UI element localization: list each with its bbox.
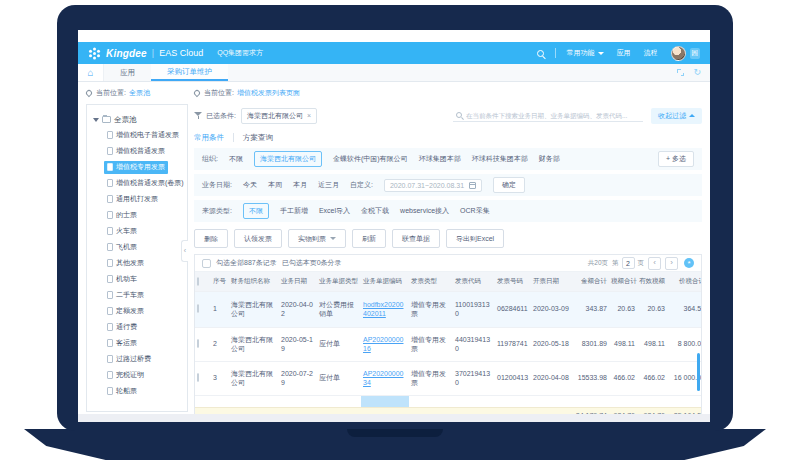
- source-option-selected[interactable]: 不限: [243, 203, 269, 219]
- delete-button[interactable]: 删除: [194, 229, 228, 248]
- sidebar-collapse-handle[interactable]: ‹: [181, 240, 188, 262]
- header-checkbox[interactable]: [197, 277, 199, 286]
- document-icon: [107, 275, 113, 283]
- tree-item[interactable]: 完税证明: [93, 367, 187, 383]
- confirm-button[interactable]: 确定: [493, 177, 525, 193]
- source-option[interactable]: OCR采集: [460, 206, 490, 216]
- source-option[interactable]: 手工新增: [280, 206, 308, 216]
- tree-item[interactable]: 通用机打发票: [93, 191, 187, 207]
- table-row[interactable]: 2 海棠西北有限公司 2020-05-19 应付单 AP2020000016 增…: [195, 327, 702, 361]
- tree-item[interactable]: 火车票: [93, 223, 187, 239]
- doc-no-link[interactable]: AP2020000016: [363, 336, 403, 352]
- tab-common-conditions[interactable]: 常用条件: [194, 133, 224, 143]
- export-excel-label: 导出到Excel: [456, 234, 494, 244]
- condition-tag[interactable]: 海棠西北有限公司 ×: [241, 108, 317, 124]
- menu-common-functions[interactable]: 常用功能: [567, 48, 604, 58]
- cell-biz-date: 2020-05-19: [279, 327, 317, 361]
- tree-item[interactable]: 增值税普通发票(卷票): [93, 175, 187, 191]
- multi-select-button[interactable]: + 多选: [658, 151, 694, 167]
- document-icon: [107, 131, 113, 139]
- org-option[interactable]: 财务部: [539, 154, 560, 164]
- tree-item[interactable]: 定额发票: [93, 303, 187, 319]
- tree-item[interactable]: 增值税普通发票: [93, 143, 187, 159]
- tree-item[interactable]: 飞机票: [93, 239, 187, 255]
- source-option[interactable]: Excel导入: [319, 206, 350, 216]
- source-option[interactable]: 金税下载: [361, 206, 389, 216]
- tree-item-label: 其他发票: [116, 258, 144, 268]
- org-option[interactable]: 金蝶软件(中国)有限公司: [333, 154, 408, 164]
- grid-settings-gear-icon[interactable]: [684, 258, 694, 268]
- tree-item[interactable]: 机动车: [93, 271, 187, 287]
- table-row-partial[interactable]: [195, 395, 702, 407]
- location-link[interactable]: 全票池: [129, 88, 150, 98]
- search-icon[interactable]: [537, 50, 544, 57]
- tree-item[interactable]: 客运票: [93, 335, 187, 351]
- current-page-input[interactable]: 2: [622, 257, 635, 269]
- tree-expand-icon[interactable]: [93, 118, 99, 122]
- linked-documents-button[interactable]: 联查单据: [392, 229, 440, 248]
- cell-invoice-code: 4403194130: [453, 327, 495, 361]
- column-header: 业务单据类型: [317, 272, 361, 291]
- doc-no-link[interactable]: hodfbx20200402011: [363, 301, 403, 317]
- tree-item[interactable]: 轮船票: [93, 383, 187, 399]
- select-all-checkbox[interactable]: [202, 259, 211, 268]
- org-option[interactable]: 环球集团本部: [419, 154, 461, 164]
- product-name: EAS Cloud: [159, 48, 203, 58]
- refresh-icon[interactable]: ↻: [693, 68, 701, 77]
- org-option[interactable]: 不限: [229, 154, 243, 164]
- table-row[interactable]: 3 海棠西北有限公司 2020-07-29 应付单 AP2020000034 增…: [195, 361, 702, 395]
- tree-item[interactable]: 其他发票: [93, 255, 187, 271]
- menu-apps[interactable]: 应用: [617, 48, 631, 58]
- cell-total: 364.50: [667, 291, 702, 327]
- row-checkbox[interactable]: [197, 339, 199, 348]
- export-excel-button[interactable]: 导出到Excel: [446, 229, 504, 248]
- invoice-tree-panel: 全票池 增值税电子普通发票 增值税普通发票 增值税专用发票 增值税普通发票(卷票…: [86, 104, 188, 412]
- source-option[interactable]: webservice接入: [400, 206, 449, 216]
- tree-item-label: 的士票: [116, 210, 137, 220]
- close-icon[interactable]: ×: [307, 112, 311, 119]
- table-row[interactable]: 1 海棠西北有限公司 2020-04-02 对公费用报销单 hodfbx2020…: [195, 291, 702, 327]
- physical-invoice-dropdown[interactable]: 实物到票: [288, 229, 346, 248]
- cell-valid-tax: 20.63: [637, 291, 667, 327]
- org-option[interactable]: 环球科技集团本部: [472, 154, 528, 164]
- avatar[interactable]: [671, 46, 686, 61]
- refresh-button[interactable]: 刷新: [352, 229, 386, 248]
- home-tab[interactable]: ⌂: [78, 64, 104, 81]
- delete-button-label: 删除: [204, 234, 218, 244]
- collapse-filter-button[interactable]: 收起过滤: [651, 108, 702, 124]
- date-range-input[interactable]: 2020.07.31~2020.08.31: [384, 179, 482, 192]
- org-option-selected[interactable]: 海棠西北有限公司: [254, 151, 322, 167]
- table-search: [453, 110, 643, 122]
- location-link[interactable]: 增值税发票列表页面: [237, 88, 300, 98]
- tree-item[interactable]: 增值税电子普通发票: [93, 127, 187, 143]
- search-input[interactable]: [466, 112, 636, 119]
- laptop-frame: Kingdee | EAS Cloud QQ集团需求方 常用功能 应用 流程 园…: [57, 5, 733, 431]
- row-checkbox[interactable]: [197, 304, 199, 313]
- tree-item[interactable]: 过路过桥费: [93, 351, 187, 367]
- tree-item[interactable]: 二手车票: [93, 287, 187, 303]
- date-option[interactable]: 近三月: [318, 180, 339, 190]
- menu-flow[interactable]: 流程: [644, 48, 658, 58]
- fullscreen-icon[interactable]: [677, 69, 684, 76]
- laptop-screen: Kingdee | EAS Cloud QQ集团需求方 常用功能 应用 流程 园…: [78, 30, 710, 422]
- tree-item-selected[interactable]: 增值税专用发票: [93, 159, 187, 175]
- header-divider: [555, 48, 556, 58]
- date-option[interactable]: 本月: [293, 180, 307, 190]
- prev-page-button[interactable]: ‹: [648, 257, 661, 270]
- next-page-button[interactable]: ›: [665, 257, 678, 270]
- tab-saved-queries[interactable]: 方案查询: [243, 133, 273, 143]
- row-checkbox[interactable]: [197, 373, 199, 382]
- date-option[interactable]: 今天: [243, 180, 257, 190]
- tree-item[interactable]: 的士票: [93, 207, 187, 223]
- tab-apps[interactable]: 应用: [104, 64, 151, 81]
- column-header: 金额合计: [571, 272, 609, 291]
- tree-root-all-invoices[interactable]: 全票池: [93, 112, 187, 127]
- scrollbar-thumb[interactable]: [697, 353, 700, 391]
- tab-purchase-order[interactable]: 采购订单维护: [151, 64, 228, 81]
- selected-conditions-row: 已选条件: 海棠西北有限公司 × 收起过滤: [194, 106, 702, 125]
- tree-item[interactable]: 通行费: [93, 319, 187, 335]
- filter-tabs: 常用条件 方案查询: [194, 130, 702, 145]
- doc-no-link[interactable]: AP2020000034: [363, 370, 403, 386]
- date-option[interactable]: 本周: [268, 180, 282, 190]
- claim-invoice-button[interactable]: 认领发票: [234, 229, 282, 248]
